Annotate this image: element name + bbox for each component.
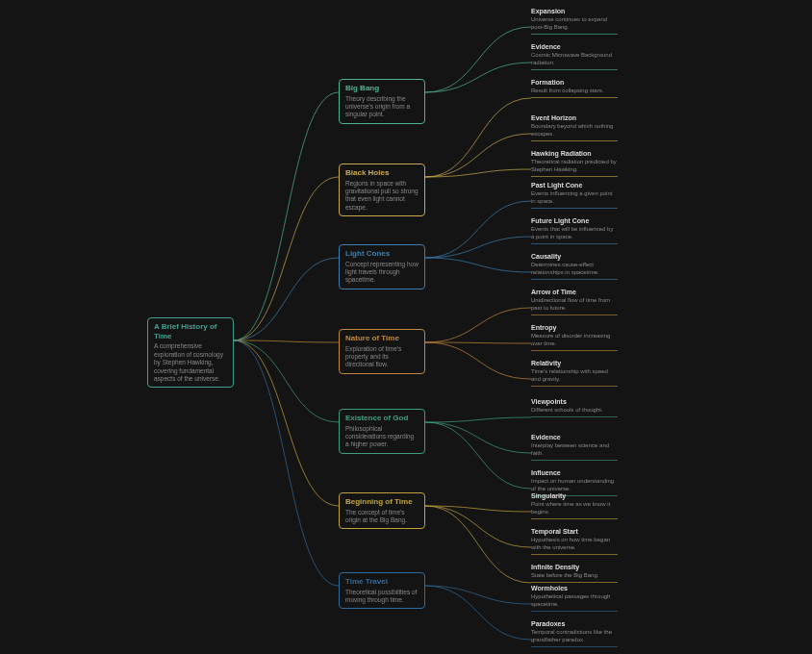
- leaf-desc: Temporal contradictions like the grandfa…: [531, 629, 618, 644]
- leaf-desc: Time's relationship with speed and gravi…: [531, 368, 618, 384]
- mid-node[interactable]: Big BangTheory describing the universe's…: [339, 79, 425, 124]
- leaf-node[interactable]: CausalityDetermines cause-effect relatio…: [531, 253, 618, 280]
- leaf-desc: Result from collapsing stars.: [531, 88, 618, 95]
- leaf-title: Temporal Start: [531, 528, 618, 536]
- leaf-desc: Determines cause-effect relationships in…: [531, 262, 618, 277]
- leaf-node[interactable]: Temporal StartHypothesis on how time beg…: [531, 528, 618, 555]
- leaf-node[interactable]: Future Light ConeEvents that will be inf…: [531, 217, 618, 244]
- leaf-node[interactable]: Past Light ConeEvents influencing a give…: [531, 182, 618, 209]
- leaf-title: Entropy: [531, 324, 618, 332]
- leaf-title: Hawking Radiation: [531, 150, 618, 158]
- leaf-underline: [531, 554, 618, 555]
- leaf-node[interactable]: ParadoxesTemporal contradictions like th…: [531, 620, 618, 647]
- mid-title: Time Travel: [345, 577, 419, 587]
- leaf-title: Paradoxes: [531, 620, 618, 628]
- leaf-title: Evidence: [531, 43, 618, 51]
- leaf-title: Future Light Cone: [531, 217, 618, 225]
- leaf-desc: Events influencing a given point in spac…: [531, 190, 618, 206]
- leaf-desc: Boundary beyond which nothing escapes.: [531, 123, 618, 138]
- leaf-desc: Interplay between science and faith.: [531, 442, 618, 458]
- leaf-desc: Universe continues to expand post-Big Ba…: [531, 16, 618, 32]
- leaf-node[interactable]: RelativityTime's relationship with speed…: [531, 360, 618, 387]
- leaf-desc: Events that will be influenced by a poin…: [531, 226, 618, 241]
- leaf-underline: [531, 350, 618, 351]
- mid-title: Black Holes: [345, 168, 419, 178]
- leaf-desc: Impact on human understanding of the uni…: [531, 478, 618, 493]
- leaf-underline: [531, 208, 618, 209]
- leaf-title: Expansion: [531, 8, 618, 15]
- leaf-title: Arrow of Time: [531, 289, 618, 296]
- leaf-node[interactable]: SingularityPoint where time as we know i…: [531, 492, 618, 519]
- root-desc: A comprehensive exploration of cosmology…: [154, 342, 227, 383]
- mid-desc: Philosophical considerations regarding a…: [345, 425, 419, 449]
- mid-title: Existence of God: [345, 414, 419, 423]
- leaf-title: Infinite Density: [531, 564, 618, 571]
- leaf-desc: Different schools of thought.: [531, 407, 618, 415]
- leaf-underline: [531, 279, 618, 280]
- mid-node[interactable]: Black HolesRegions in space with gravita…: [339, 164, 425, 216]
- mid-node[interactable]: Nature of TimeExploration of time's prop…: [339, 329, 425, 374]
- leaf-node[interactable]: Arrow of TimeUnidirectional flow of time…: [531, 289, 618, 315]
- leaf-desc: Point where time as we know it begins.: [531, 501, 618, 516]
- leaf-underline: [531, 140, 618, 141]
- mid-node[interactable]: Beginning of TimeThe concept of time's o…: [339, 492, 425, 529]
- mid-title: Beginning of Time: [345, 497, 419, 507]
- leaf-title: Past Light Cone: [531, 182, 618, 189]
- leaf-desc: Unidirectional flow of time from past to…: [531, 297, 618, 313]
- leaf-title: Viewpoints: [531, 398, 618, 406]
- leaf-underline: [531, 34, 618, 35]
- mid-title: Nature of Time: [345, 334, 419, 343]
- leaf-desc: Hypothetical passages through spacetime.: [531, 593, 618, 609]
- mid-title: Big Bang: [345, 84, 419, 93]
- leaf-title: Influence: [531, 469, 618, 477]
- leaf-underline: [531, 646, 618, 647]
- leaf-title: Formation: [531, 79, 618, 87]
- leaf-underline: [531, 97, 618, 98]
- leaf-node[interactable]: ViewpointsDifferent schools of thought.: [531, 398, 618, 417]
- mid-desc: The concept of time's origin at the Big …: [345, 509, 419, 525]
- leaf-desc: Hypothesis on how time began with the un…: [531, 537, 618, 552]
- leaf-underline: [531, 416, 618, 417]
- mid-desc: Regions in space with gravitational pull…: [345, 180, 419, 213]
- leaf-title: Wormholes: [531, 585, 618, 592]
- leaf-underline: [531, 243, 618, 244]
- leaf-underline: [531, 582, 618, 583]
- leaf-underline: [531, 460, 618, 461]
- leaf-desc: Cosmic Microwave Background radiation.: [531, 52, 618, 67]
- leaf-title: Event Horizon: [531, 114, 618, 122]
- leaf-node[interactable]: EvidenceInterplay between science and fa…: [531, 434, 618, 461]
- mid-desc: Theory describing the universe's origin …: [345, 95, 419, 119]
- leaf-node[interactable]: Infinite DensityState before the Big Ban…: [531, 564, 618, 583]
- mid-desc: Exploration of time's property and its d…: [345, 345, 419, 369]
- mid-node[interactable]: Time TravelTheoretical possibilities of …: [339, 572, 425, 609]
- leaf-desc: Theoretical radiation predicted by Steph…: [531, 159, 618, 174]
- leaf-node[interactable]: EntropyMeasure of disorder increasing ov…: [531, 324, 618, 351]
- leaf-node[interactable]: FormationResult from collapsing stars.: [531, 79, 618, 98]
- leaf-underline: [531, 518, 618, 519]
- leaf-underline: [531, 314, 618, 315]
- mid-desc: Concept representing how light travels t…: [345, 261, 419, 285]
- leaf-node[interactable]: Event HorizonBoundary beyond which nothi…: [531, 114, 618, 141]
- leaf-node[interactable]: WormholesHypothetical passages through s…: [531, 585, 618, 612]
- leaf-desc: Measure of disorder increasing over time…: [531, 333, 618, 348]
- root-node[interactable]: A Brief History of Time A comprehensive …: [147, 317, 234, 388]
- leaf-underline: [531, 611, 618, 612]
- leaf-underline: [531, 69, 618, 70]
- mid-node[interactable]: Light ConesConcept representing how ligh…: [339, 244, 425, 289]
- leaf-desc: State before the Big Bang.: [531, 572, 618, 580]
- leaf-title: Evidence: [531, 434, 618, 441]
- leaf-title: Singularity: [531, 492, 618, 500]
- leaf-underline: [531, 386, 618, 387]
- mid-title: Light Cones: [345, 249, 419, 259]
- leaf-underline: [531, 176, 618, 177]
- leaf-title: Relativity: [531, 360, 618, 367]
- root-title: A Brief History of Time: [154, 322, 227, 340]
- leaf-node[interactable]: Hawking RadiationTheoretical radiation p…: [531, 150, 618, 177]
- leaf-node[interactable]: ExpansionUniverse continues to expand po…: [531, 8, 618, 35]
- leaf-node[interactable]: EvidenceCosmic Microwave Background radi…: [531, 43, 618, 70]
- mid-node[interactable]: Existence of GodPhilosophical considerat…: [339, 409, 425, 454]
- mid-desc: Theoretical possibilities of moving thro…: [345, 589, 419, 605]
- leaf-title: Causality: [531, 253, 618, 261]
